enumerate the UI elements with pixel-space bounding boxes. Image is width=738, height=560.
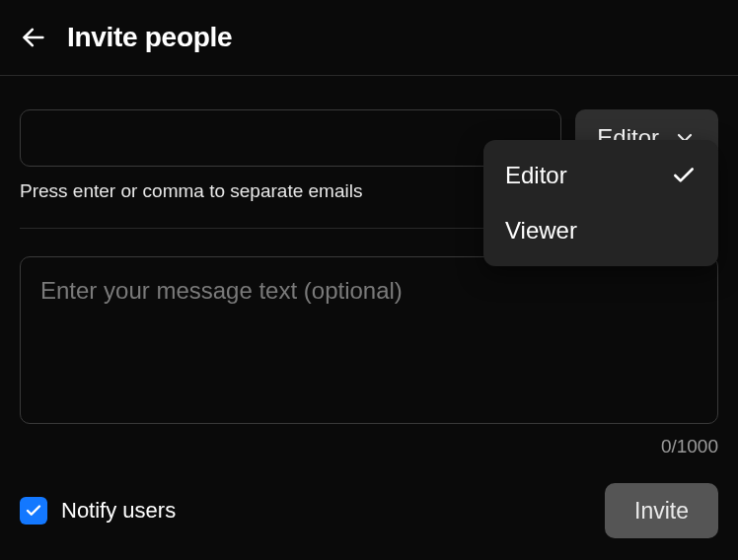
dialog-content: Editor Press enter or comma to separate … — [0, 76, 738, 538]
dialog-header: Invite people — [0, 0, 738, 76]
role-option-viewer[interactable]: Viewer — [483, 203, 718, 258]
role-option-label: Editor — [505, 162, 567, 189]
invite-button[interactable]: Invite — [605, 483, 718, 538]
arrow-left-icon — [20, 24, 47, 51]
notify-users-toggle[interactable]: Notify users — [20, 497, 176, 525]
dialog-title: Invite people — [67, 22, 232, 53]
role-option-label: Viewer — [505, 217, 577, 245]
notify-label: Notify users — [61, 498, 176, 524]
dialog-footer: Notify users Invite — [20, 483, 718, 538]
email-input[interactable] — [20, 109, 561, 167]
check-icon — [25, 502, 42, 520]
role-option-editor[interactable]: Editor — [483, 148, 718, 203]
role-dropdown-menu: Editor Viewer — [483, 140, 718, 266]
character-counter: 0/1000 — [20, 436, 718, 457]
check-icon — [671, 163, 697, 188]
notify-checkbox[interactable] — [20, 497, 47, 525]
message-textarea[interactable] — [20, 256, 718, 424]
back-button[interactable] — [20, 24, 47, 51]
